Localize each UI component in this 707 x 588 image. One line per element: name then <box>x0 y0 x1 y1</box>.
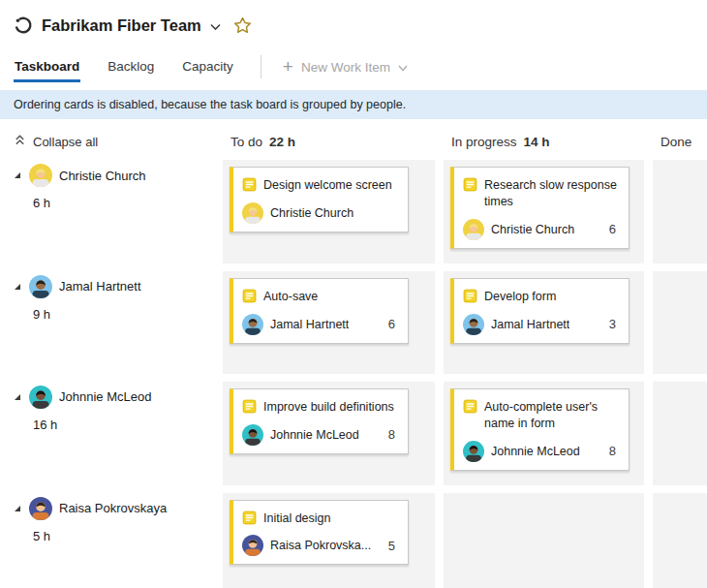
remaining-work[interactable]: 6 <box>609 222 621 236</box>
task-card[interactable]: Research slow response times Christie Ch… <box>450 167 630 249</box>
person-row: Johnnie McLeod 16 h Improve build defini… <box>0 382 707 485</box>
assignee-avatar <box>242 535 263 556</box>
collapse-all-button[interactable]: Collapse all <box>0 134 223 149</box>
lane-cell-done <box>653 382 707 485</box>
card-title: Auto-complete user's name in form <box>484 398 621 432</box>
task-icon <box>463 399 477 414</box>
new-work-item-label: New Work Item <box>301 60 390 75</box>
task-card[interactable]: Auto-complete user's name in form Johnni… <box>450 388 630 471</box>
lane-cell-todo: Improve build definitions Johnnie McLeod… <box>223 382 435 485</box>
card-assignee: Johnnie McLeod <box>270 428 359 442</box>
person-avatar <box>29 497 52 520</box>
card-title: Develop form <box>484 288 556 305</box>
lane-cell-inprogress: Develop form Jamal Hartnett 3 <box>444 271 644 374</box>
card-assignee: Raisa Pokrovska... <box>270 539 371 552</box>
person-hours: 5 h <box>33 529 223 543</box>
assignee-avatar <box>463 314 484 335</box>
app-header: Fabrikam Fiber Team <box>0 0 707 41</box>
column-header-done: Done <box>653 135 707 149</box>
column-hours: 22 h <box>269 135 295 149</box>
row-expand-icon[interactable] <box>13 170 22 180</box>
task-card[interactable]: Design welcome screen Christie Church <box>230 167 409 232</box>
task-card[interactable]: Auto-save Jamal Hartnett 6 <box>230 278 409 344</box>
team-logo-icon <box>14 15 33 35</box>
task-icon <box>463 289 477 303</box>
person-avatar <box>29 164 52 187</box>
person-avatar <box>29 386 52 409</box>
double-chevron-up-icon <box>14 134 26 149</box>
task-icon <box>463 177 477 192</box>
person-hours: 16 h <box>33 418 223 432</box>
plus-icon: + <box>283 60 293 74</box>
tab-taskboard[interactable]: Taskboard <box>14 51 80 82</box>
lane-cell-inprogress: Auto-complete user's name in form Johnni… <box>444 382 644 485</box>
column-header-inprogress: In progress14 h <box>444 135 653 149</box>
new-work-item-button[interactable]: + New Work Item <box>283 60 408 75</box>
lane-cell-todo: Initial design Raisa Pokrovska... 5 <box>223 493 435 588</box>
collapse-all-label: Collapse all <box>33 135 98 149</box>
person-hours: 6 h <box>33 196 223 210</box>
person-cell: Johnnie McLeod 16 h <box>0 382 223 485</box>
task-card[interactable]: Develop form Jamal Hartnett 3 <box>450 278 630 344</box>
task-icon <box>242 511 257 525</box>
person-name: Jamal Hartnett <box>59 279 141 294</box>
card-assignee: Christie Church <box>270 206 354 220</box>
person-row: Raisa Pokrovskaya 5 h Initial design Rai… <box>0 493 707 588</box>
row-expand-icon[interactable] <box>13 504 22 513</box>
remaining-work[interactable]: 5 <box>388 539 400 553</box>
person-cell: Raisa Pokrovskaya 5 h <box>0 493 223 588</box>
person-cell: Christie Church 6 h <box>0 160 223 263</box>
person-row: Christie Church 6 h Design welcome scree… <box>0 160 707 263</box>
tab-capacity[interactable]: Capacity <box>181 51 234 82</box>
divider <box>261 55 261 78</box>
lane-cell-todo: Design welcome screen Christie Church <box>223 160 435 263</box>
person-name: Christie Church <box>59 169 146 183</box>
person-name: Raisa Pokrovskaya <box>59 501 167 515</box>
view-tabs: Taskboard Backlog Capacity + New Work It… <box>0 41 707 83</box>
chevron-down-icon <box>398 65 408 72</box>
card-title: Research slow response times <box>484 176 621 210</box>
assignee-avatar <box>242 314 263 335</box>
taskboard-rows: Christie Church 6 h Design welcome scree… <box>0 160 707 588</box>
card-assignee: Jamal Hartnett <box>491 318 569 331</box>
board-header: Collapse all To do22 h In progress14 h D… <box>0 119 707 160</box>
remaining-work[interactable]: 8 <box>388 427 400 442</box>
card-assignee: Christie Church <box>491 223 574 236</box>
row-expand-icon[interactable] <box>13 282 22 292</box>
assignee-avatar <box>463 219 484 240</box>
lane-cell-inprogress <box>444 493 644 588</box>
task-icon <box>242 399 257 414</box>
lane-cell-inprogress: Research slow response times Christie Ch… <box>444 160 644 263</box>
lane-cell-done <box>653 271 707 374</box>
lane-cell-todo: Auto-save Jamal Hartnett 6 <box>223 271 435 374</box>
lane-cell-done <box>653 493 707 588</box>
remaining-work[interactable]: 3 <box>609 317 621 331</box>
row-expand-icon[interactable] <box>13 392 22 402</box>
remaining-work[interactable]: 6 <box>388 317 400 331</box>
task-icon <box>242 289 257 303</box>
card-title: Improve build definitions <box>263 398 394 416</box>
column-header-todo: To do22 h <box>223 135 444 149</box>
lane-cell-done <box>653 160 707 263</box>
team-name[interactable]: Fabrikam Fiber Team <box>42 16 201 35</box>
tab-backlog[interactable]: Backlog <box>107 51 155 82</box>
assignee-avatar <box>242 202 263 224</box>
assignee-avatar <box>242 424 263 446</box>
favorite-star-icon[interactable] <box>233 16 252 35</box>
info-banner: Ordering cards is disabled, because the … <box>0 90 707 119</box>
assignee-avatar <box>463 441 484 462</box>
task-icon <box>242 177 257 192</box>
card-title: Auto-save <box>263 288 318 305</box>
person-row: Jamal Hartnett 9 h Auto-save Jamal Hartn… <box>0 271 707 374</box>
chevron-down-icon[interactable] <box>210 23 221 31</box>
column-hours: 14 h <box>524 135 550 149</box>
card-title: Initial design <box>263 510 331 527</box>
task-card[interactable]: Improve build definitions Johnnie McLeod… <box>230 388 409 454</box>
person-avatar <box>29 275 52 298</box>
person-cell: Jamal Hartnett 9 h <box>0 271 223 374</box>
remaining-work[interactable]: 8 <box>609 444 621 458</box>
card-assignee: Jamal Hartnett <box>270 318 349 331</box>
person-hours: 9 h <box>33 307 223 322</box>
person-name: Johnnie McLeod <box>59 389 151 404</box>
task-card[interactable]: Initial design Raisa Pokrovska... 5 <box>230 500 409 566</box>
